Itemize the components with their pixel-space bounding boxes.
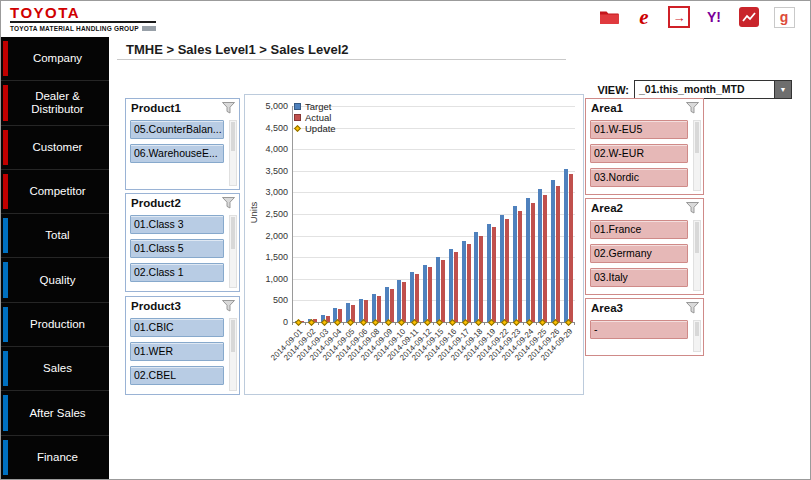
actual-bar (390, 289, 394, 322)
header-quick-links: e → Y! g (598, 5, 795, 29)
sidebar-item-company[interactable]: Company (1, 37, 109, 81)
sidebar-item-accent (3, 218, 8, 253)
target-bar (449, 249, 453, 322)
panel-title: Area1 (591, 102, 623, 114)
actual-bar (479, 236, 483, 322)
chart-gridline (293, 149, 575, 150)
filter-item[interactable]: 03.Italy (590, 268, 688, 287)
actual-bar (467, 244, 471, 322)
scrollbar-thumb[interactable] (231, 320, 235, 352)
filter-item[interactable]: - (590, 320, 688, 339)
e-logo-icon[interactable]: e (633, 6, 655, 28)
filter-item[interactable]: 02.Class 1 (130, 263, 224, 282)
legend-swatch (294, 103, 301, 110)
sidebar-item-dealer-distributor[interactable]: Dealer & Distributor (1, 81, 109, 125)
sidebar-item-sales[interactable]: Sales (1, 347, 109, 391)
filter-panel-area1: Area101.W-EU502.W-EUR03.Nordic (585, 98, 704, 195)
y-axis-tick-label: 3,000 (248, 187, 288, 197)
filter-item[interactable]: 02.Germany (590, 244, 688, 263)
legend-label: Actual (305, 112, 331, 123)
folder-icon[interactable] (598, 6, 620, 28)
filter-icon[interactable] (686, 102, 699, 114)
chart-legend: TargetActualUpdate (294, 101, 336, 134)
scrollbar-thumb[interactable] (695, 122, 699, 153)
sidebar-item-quality[interactable]: Quality (1, 258, 109, 302)
filter-panel-product1: Product105.CounterBalan...06.WarehouseE.… (125, 98, 240, 190)
filter-icon[interactable] (222, 300, 235, 312)
sidebar-item-competitor[interactable]: Competitor (1, 170, 109, 214)
panel-title: Product3 (131, 300, 181, 312)
scrollbar-thumb[interactable] (231, 122, 235, 151)
filter-item[interactable]: 06.WarehouseE... (130, 144, 224, 163)
actual-bar (518, 211, 522, 322)
actual-bar (531, 203, 535, 322)
sidebar-item-total[interactable]: Total (1, 214, 109, 258)
redirect-arrow-icon[interactable]: → (668, 6, 690, 28)
stock-chart-icon[interactable] (738, 6, 760, 28)
x-axis-tick (561, 322, 562, 325)
scrollbar-thumb[interactable] (695, 322, 699, 336)
filter-icon[interactable] (222, 197, 235, 209)
panel-scrollbar[interactable] (229, 215, 237, 288)
target-bar (513, 206, 517, 322)
panel-title: Area3 (591, 302, 623, 314)
yahoo-glyph: Y! (707, 9, 721, 25)
filter-item[interactable]: 02.CBEL (130, 366, 224, 385)
sidebar-item-accent (3, 440, 8, 475)
panel-title: Product2 (131, 197, 181, 209)
filter-item[interactable]: 01.W-EU5 (590, 120, 688, 139)
y-axis-tick-label: 3,500 (248, 166, 288, 176)
panel-scrollbar[interactable] (693, 220, 701, 291)
filter-item[interactable]: 01.Class 3 (130, 215, 224, 234)
panel-scrollbar[interactable] (693, 120, 701, 191)
filter-icon[interactable] (222, 102, 235, 114)
y-axis-tick-label: 5,000 (248, 101, 288, 111)
target-bar (526, 198, 530, 322)
sidebar-item-after-sales[interactable]: After Sales (1, 391, 109, 435)
stock-tile (739, 7, 759, 27)
sidebar-item-label: Total (45, 229, 69, 242)
y-axis-tick-label: 500 (248, 295, 288, 305)
scrollbar-thumb[interactable] (231, 217, 235, 249)
breadcrumb[interactable]: TMHE > Sales Level1 > Sales Level2 (126, 42, 349, 57)
dropdown-arrow-icon[interactable]: ▼ (774, 81, 791, 98)
panel-scrollbar[interactable] (229, 318, 237, 391)
sidebar-item-production[interactable]: Production (1, 303, 109, 347)
filter-item[interactable]: 05.CounterBalan... (130, 120, 224, 139)
actual-bar (377, 296, 381, 322)
yahoo-icon[interactable]: Y! (703, 6, 725, 28)
filter-icon[interactable] (686, 302, 699, 314)
sidebar-item-label: Customer (33, 141, 83, 154)
filter-item[interactable]: 02.W-EUR (590, 144, 688, 163)
toyota-logo: TOYOTA (10, 4, 156, 21)
filter-item[interactable]: 03.Nordic (590, 168, 688, 187)
x-axis-tick (510, 322, 511, 325)
target-bar (397, 280, 401, 322)
sidebar-item-finance[interactable]: Finance (1, 436, 109, 479)
filter-item[interactable]: 01.WER (130, 342, 224, 361)
filter-item[interactable]: 01.CBIC (130, 318, 224, 337)
filter-icon[interactable] (686, 202, 699, 214)
google-icon[interactable]: g (773, 6, 795, 28)
sidebar-item-customer[interactable]: Customer (1, 126, 109, 170)
filter-panel-area3: Area3- (585, 298, 704, 356)
scrollbar-thumb[interactable] (695, 222, 699, 253)
target-bar (500, 215, 504, 322)
actual-bar (364, 300, 368, 322)
panel-scrollbar[interactable] (693, 320, 701, 352)
content: TMHE > Sales Level1 > Sales Level2 VIEW:… (109, 37, 810, 479)
filter-item[interactable]: 01.France (590, 220, 688, 239)
panel-scrollbar[interactable] (229, 120, 237, 186)
dashboard-root: TOYOTA TOYOTA MATERIAL HANDLING GROUP e … (0, 0, 811, 480)
view-dropdown[interactable]: _01.this_month_MTD ▼ (634, 80, 792, 99)
filter-item[interactable]: 01.Class 5 (130, 239, 224, 258)
y-axis-tick-label: 1,000 (248, 274, 288, 284)
toyota-subtitle: TOYOTA MATERIAL HANDLING GROUP (10, 25, 139, 32)
sidebar-item-accent (3, 41, 8, 76)
actual-bar (543, 195, 547, 322)
target-bar (462, 241, 466, 322)
update-marker (500, 319, 507, 326)
actual-bar (428, 267, 432, 322)
chart-gridline (293, 171, 575, 172)
view-label: VIEW: (597, 84, 629, 96)
